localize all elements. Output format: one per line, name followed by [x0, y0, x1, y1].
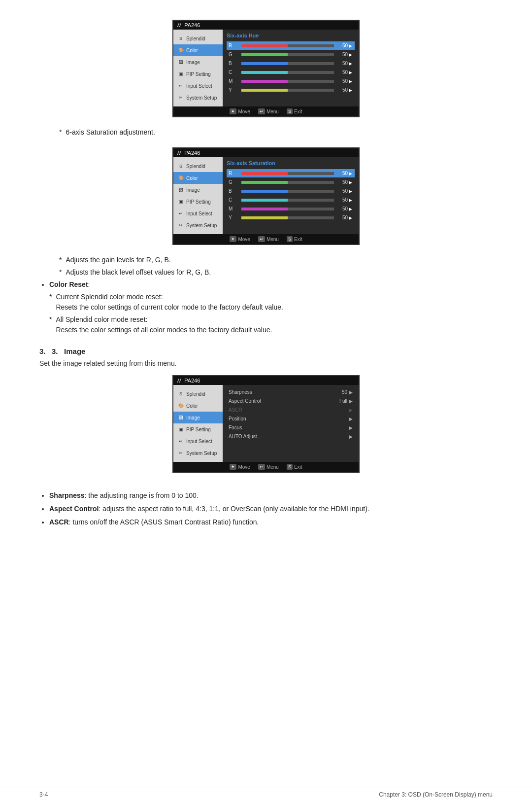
osd-menu-system-3: ✂ System Setup — [173, 447, 223, 459]
osd-menu-left-3: S Splendid 🎨 Color 🖼 Image ▣ PIP Setting… — [173, 385, 223, 462]
sharpness-text: : the adjusting range is from 0 to 100. — [85, 491, 199, 499]
ascr-label: ASCR — [49, 518, 69, 526]
osd-row-y-2: Y 50 ▶ — [227, 213, 355, 222]
osd-menu-image-1: 🖼 Image — [173, 56, 223, 68]
osd-bar-r-1 — [241, 44, 334, 47]
color-icon-2: 🎨 — [177, 174, 184, 181]
osd-menu-image-3: 🖼 Image — [173, 412, 223, 423]
color-reset-star1: * Current Splendid color mode reset: Res… — [49, 292, 493, 313]
osd-menu-left-2: S Splendid 🎨 Color 🖼 Image ▣ PIP Setting… — [173, 157, 223, 234]
ascr-bullet-item: ASCR: turns on/off the ASCR (ASUS Smart … — [49, 517, 493, 527]
osd-bar-fill-r-1 — [241, 44, 288, 47]
splendid-icon-3: S — [177, 390, 184, 397]
osd-screen-1: PA246 S Splendid 🎨 Color 🖼 Image ▣ PIP S… — [172, 20, 360, 117]
osd-row-m-1: M 50 ▶ — [227, 77, 355, 85]
osd-bottom-3: ✦ Move ↩ Menu S Exit — [173, 462, 359, 472]
osd-image-content: Sharpness 50 ▶ Aspect Control Full ▶ ASC… — [223, 385, 359, 462]
color-icon-1: 🎨 — [177, 47, 184, 54]
osd-content-title-2: Six-axis Saturation — [227, 160, 355, 166]
osd-row-r-2: R 50 ▶ — [227, 169, 355, 177]
osd-img-ascr: ASCR ▶ — [227, 406, 355, 414]
image-icon-3: 🖼 — [177, 414, 184, 421]
osd-row-m-2: M 50 ▶ — [227, 205, 355, 213]
osd-body-1: S Splendid 🎨 Color 🖼 Image ▣ PIP Setting… — [173, 30, 359, 106]
osd-bar-r-2 — [241, 172, 334, 175]
osd-menu-system-2: ✂ System Setup — [173, 219, 223, 231]
osd-menu-color-3: 🎨 Color — [173, 400, 223, 412]
star-black-text: Adjusts the black level offset values fo… — [66, 267, 493, 278]
osd-menu-color-1: 🎨 Color — [173, 44, 223, 56]
color-reset-star2-desc: Resets the color settings of all color m… — [56, 326, 272, 334]
osd-menu-splendid-2: S Splendid — [173, 160, 223, 172]
osd-row-y-1: Y 50 ▶ — [227, 86, 355, 94]
star-gain-text: Adjusts the gain levels for R, G, B. — [66, 255, 493, 265]
osd-menu-color-2: 🎨 Color — [173, 172, 223, 184]
osd-row-r-1: R 50 ▶ — [227, 41, 355, 50]
osd-body-2: S Splendid 🎨 Color 🖼 Image ▣ PIP Setting… — [173, 157, 359, 234]
system-icon-1: ✂ — [177, 94, 184, 101]
footer-page-num: 3-4 — [39, 791, 48, 798]
aspect-bullet-item: Aspect Control: adjusts the aspect ratio… — [49, 504, 493, 514]
osd-model-1: PA246 — [184, 22, 200, 28]
osd-menu-splendid-1: S Splendid — [173, 33, 223, 44]
osd-content-title-1: Six-axis Hue — [227, 33, 355, 38]
image-icon-1: 🖼 — [177, 59, 184, 66]
osd-body-3: S Splendid 🎨 Color 🖼 Image ▣ PIP Setting… — [173, 385, 359, 462]
osd-row-b-2: B 50 ▶ — [227, 187, 355, 195]
osd-img-auto: AUTO Adjust. ▶ — [227, 432, 355, 441]
osd-menu-pip-3: ▣ PIP Setting — [173, 423, 223, 435]
osd-bar-fill-m-1 — [241, 80, 288, 83]
osd-bar-g-1 — [241, 53, 334, 56]
osd-bar-c-1 — [241, 71, 334, 74]
osd-screen-2: PA246 S Splendid 🎨 Color 🖼 Image ▣ PIP S… — [172, 147, 360, 245]
osd-menu-input-2: ↩ Input Select — [173, 208, 223, 219]
system-icon-3: ✂ — [177, 450, 184, 456]
sharpness-bullet-item: Sharpness: the adjusting range is from 0… — [49, 490, 493, 501]
osd-bar-g-2 — [241, 181, 334, 184]
osd-bottom-2: ✦ Move ↩ Menu S Exit — [173, 234, 359, 244]
footer-chapter: Chapter 3: OSD (On-Screen Display) menu — [379, 791, 493, 798]
osd-bar-b-2 — [241, 190, 334, 193]
osd-bar-fill-c-1 — [241, 71, 288, 74]
osd-bar-m-1 — [241, 80, 334, 83]
input-icon-3: ↩ — [177, 438, 184, 445]
saturation-star: * 6-axis Saturation adjustment. — [59, 127, 493, 138]
osd-titlebar-3: PA246 — [173, 376, 359, 385]
osd-menu-system-1: ✂ System Setup — [173, 92, 223, 104]
osd-img-focus: Focus ▶ — [227, 423, 355, 432]
menu-icon-1: ↩ — [258, 108, 265, 114]
osd-content-1: Six-axis Hue R 50 ▶ G 50 ▶ B — [223, 30, 359, 106]
color-reset-label: Color Reset — [49, 280, 88, 288]
osd-bar-c-2 — [241, 199, 334, 202]
color-reset-star1-desc: Resets the color settings of current col… — [56, 303, 283, 311]
osd-menu-splendid-3: S Splendid — [173, 388, 223, 400]
osd-menu-input-1: ↩ Input Select — [173, 80, 223, 92]
ascr-text: : turns on/off the ASCR (ASUS Smart Cont… — [69, 518, 259, 526]
image-heading: 3. 3. Image — [39, 347, 493, 355]
color-reset-item: Color Reset: * Current Splendid color mo… — [49, 279, 493, 335]
osd-row-b-1: B 50 ▶ — [227, 59, 355, 68]
osd-bar-y-2 — [241, 216, 334, 219]
splendid-icon-1: S — [177, 35, 184, 42]
star-gain: * Adjusts the gain levels for R, G, B. — [59, 255, 493, 265]
color-reset-star2-label: All Splendid color mode reset: — [56, 315, 147, 323]
color-reset-star2: * All Splendid color mode reset: Resets … — [49, 314, 493, 335]
osd-bar-fill-b-1 — [241, 62, 288, 65]
osd-img-position: Position ▶ — [227, 415, 355, 423]
osd-bottom-1: ✦ Move ↩ Menu S Exit — [173, 106, 359, 116]
osd-menu-left-1: S Splendid 🎨 Color 🖼 Image ▣ PIP Setting… — [173, 30, 223, 106]
pip-icon-2: ▣ — [177, 198, 184, 205]
image-subtext: Set the image related setting from this … — [39, 359, 493, 367]
saturation-label: 6-axis Saturation adjustment. — [66, 127, 493, 138]
asus-logo-2 — [177, 150, 181, 156]
color-icon-3: 🎨 — [177, 402, 184, 409]
osd-screen-3: PA246 S Splendid 🎨 Color 🖼 Image ▣ PIP S… — [172, 375, 360, 473]
asus-logo-3 — [177, 378, 181, 384]
osd-img-aspect: Aspect Control Full ▶ — [227, 397, 355, 405]
input-icon-2: ↩ — [177, 210, 184, 217]
input-icon-1: ↩ — [177, 82, 184, 89]
osd-row-g-2: G 50 ▶ — [227, 178, 355, 186]
osd-titlebar-2: PA246 — [173, 148, 359, 157]
color-reset-list: Color Reset: * Current Splendid color mo… — [49, 279, 493, 335]
sharpness-label: Sharpness — [49, 491, 85, 499]
